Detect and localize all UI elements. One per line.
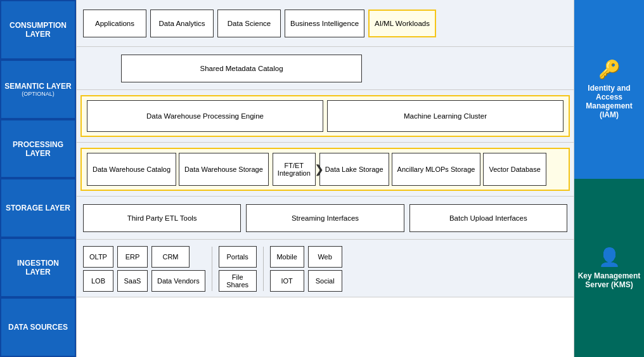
ds-group-6: Web Social: [308, 246, 342, 292]
ftet-arrow-block: FT/ETIntegration ❯: [271, 153, 317, 186]
semantic-boxes: Shared Metadata Catalog: [83, 55, 567, 82]
batch-upload-interfaces-box: Batch Upload Interfaces: [409, 204, 567, 232]
data-analytics-box: Data Analytics: [150, 10, 214, 37]
ds-row-lob: LOB: [83, 270, 113, 292]
ds-row-mobile: Mobile: [270, 246, 304, 268]
storage-yellow-container: Data Warehouse Catalog Data Warehouse St…: [80, 148, 570, 191]
dw-storage-box: Data Warehouse Storage: [179, 153, 269, 186]
processing-layer-label: PROCESSING LAYER: [0, 119, 76, 179]
erp-box: ERP: [117, 246, 148, 268]
ds-row-portals: Portals: [219, 246, 257, 268]
storage-layer-row: Data Warehouse Catalog Data Warehouse St…: [77, 143, 574, 197]
crm-box: CRM: [151, 246, 190, 268]
consumption-boxes: Applications Data Analytics Data Science…: [83, 10, 436, 37]
kms-label: Key Management Server (KMS): [577, 271, 641, 289]
data-lake-storage-box: Data Lake Storage: [319, 153, 389, 186]
web-box: Web: [308, 246, 342, 268]
ds-group-4: Portals FileShares: [219, 246, 257, 292]
lob-box: LOB: [83, 270, 113, 292]
datasources-layer-label: DATA SOURCES: [0, 297, 76, 357]
portals-box: Portals: [219, 246, 257, 268]
consumption-layer-row: Applications Data Analytics Data Science…: [77, 0, 574, 47]
ds-row-social: Social: [308, 270, 342, 292]
ds-row-erp: ERP: [117, 246, 148, 268]
ai-ml-workloads-box: AI/ML Workloads: [368, 10, 436, 37]
iam-label: Identity and Access Management (IAM): [577, 84, 641, 119]
storage-layer-label: STORAGE LAYER: [0, 178, 76, 238]
processing-yellow-container: Data Warehouse Processing Engine Machine…: [80, 95, 570, 137]
label-column: CONSUMPTION LAYER SEMANTIC LAYER (OPTION…: [0, 0, 76, 357]
oltp-box: OLTP: [83, 246, 113, 268]
ds-group-3: CRM Data Vendors: [151, 246, 205, 292]
shared-metadata-catalog-box: Shared Metadata Catalog: [121, 55, 362, 82]
ingestion-boxes: Third Party ETL Tools Streaming Interfac…: [83, 204, 567, 232]
ds-row-iot: IOT: [270, 270, 304, 292]
semantic-layer-label: SEMANTIC LAYER (OPTIONAL): [0, 60, 76, 119]
key-icon: 🔑: [598, 59, 621, 80]
dw-catalog-box: Data Warehouse Catalog: [87, 153, 176, 186]
content-column: Applications Data Analytics Data Science…: [76, 0, 574, 357]
datasources-layer-row: OLTP LOB ERP SaaS: [77, 240, 574, 297]
ds-row-web: Web: [308, 246, 342, 268]
ds-row-saas: SaaS: [117, 270, 148, 292]
ds-group-5: Mobile IOT: [270, 246, 304, 292]
separator-1: [212, 247, 212, 291]
consumption-layer-label: CONSUMPTION LAYER: [0, 0, 76, 60]
dw-processing-engine-box: Data Warehouse Processing Engine: [87, 100, 323, 132]
ds-row-oltp: OLTP: [83, 246, 113, 268]
saas-box: SaaS: [117, 270, 148, 292]
ds-group-1: OLTP LOB: [83, 246, 113, 292]
iot-box: IOT: [270, 270, 304, 292]
kms-panel: 👤 Key Management Server (KMS): [574, 179, 644, 358]
social-box: Social: [308, 270, 342, 292]
datasources-boxes: OLTP LOB ERP SaaS: [83, 246, 567, 292]
vector-database-box: Vector Database: [483, 153, 546, 186]
ds-row-crm: CRM: [151, 246, 205, 268]
streaming-interfaces-box: Streaming Interfaces: [246, 204, 404, 232]
mobile-box: Mobile: [270, 246, 304, 268]
third-party-etl-box: Third Party ETL Tools: [83, 204, 241, 232]
ml-cluster-box: Machine Learning Cluster: [327, 100, 564, 132]
applications-box: Applications: [83, 10, 146, 37]
ds-row-file-shares: FileShares: [219, 270, 257, 292]
main-container: CONSUMPTION LAYER SEMANTIC LAYER (OPTION…: [0, 0, 644, 357]
separator-2: [263, 247, 264, 291]
ds-row-data-vendors: Data Vendors: [151, 270, 205, 292]
semantic-layer-row: Shared Metadata Catalog: [77, 47, 574, 90]
data-vendors-box: Data Vendors: [151, 270, 205, 292]
iam-panel: 🔑 Identity and Access Management (IAM): [574, 0, 644, 179]
file-shares-box: FileShares: [219, 270, 257, 292]
right-column: 🔑 Identity and Access Management (IAM) 👤…: [574, 0, 644, 357]
ancillary-mlops-box: Ancillary MLOPs Storage: [392, 153, 481, 186]
data-science-box: Data Science: [217, 10, 281, 37]
ingestion-layer-row: Third Party ETL Tools Streaming Interfac…: [77, 197, 574, 240]
business-intelligence-box: Business Intelligence: [285, 10, 364, 37]
user-icon: 👤: [598, 247, 621, 268]
processing-layer-row: Data Warehouse Processing Engine Machine…: [77, 90, 574, 143]
ftet-integration-box: FT/ETIntegration ❯: [273, 153, 316, 186]
ingestion-layer-label: INGESTION LAYER: [0, 238, 76, 297]
ds-group-2: ERP SaaS: [117, 246, 148, 292]
